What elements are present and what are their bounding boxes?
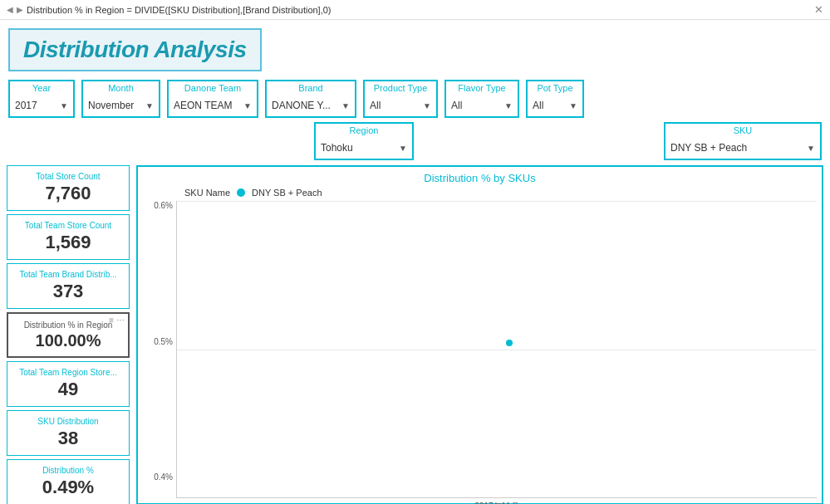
filters-row1: Year 2017 ▼ Month November ▼ Danone Team… — [8, 80, 584, 118]
plot-wrapper: 2017年11月 — [176, 201, 817, 498]
brand-value: DANONE Y... — [272, 100, 331, 111]
sku-value: DNY SB + Peach — [670, 142, 747, 154]
danone-team-filter[interactable]: Danone Team AEON TEAM ▼ — [167, 80, 258, 118]
gridline-top — [177, 201, 817, 202]
sku-filter[interactable]: SKU DNY SB + Peach ▼ — [664, 122, 822, 160]
card-toolbar: ≡ ⋯ — [109, 316, 125, 325]
product-type-arrow: ▼ — [423, 101, 431, 110]
flavor-type-label: Flavor Type — [446, 81, 518, 95]
x-label: 2017年11月 — [474, 501, 518, 504]
kpi-brand-distrib: Total Team Brand Distrib... 373 — [7, 263, 130, 309]
pot-type-filter[interactable]: Pot Type All ▼ — [526, 80, 584, 118]
year-select[interactable]: 2017 ▼ — [10, 95, 73, 116]
card-more-icon[interactable]: ⋯ — [116, 316, 125, 325]
chart-title: Distribution % by SKUs — [143, 172, 817, 184]
danone-team-value: AEON TEAM — [174, 100, 232, 111]
flavor-type-arrow: ▼ — [504, 101, 513, 110]
region-arrow: ▼ — [399, 144, 407, 153]
brand-arrow: ▼ — [341, 101, 350, 110]
flavor-type-filter[interactable]: Flavor Type All ▼ — [444, 80, 519, 118]
kpi-distrib-pct: Distribution % 0.49% — [7, 459, 130, 504]
title-block: Distribution Analysis — [8, 28, 262, 71]
pot-type-select[interactable]: All ▼ — [528, 95, 582, 116]
kpi-sku-distrib-value: 38 — [58, 428, 78, 449]
chart-plot: 2017年11月 — [176, 201, 817, 498]
kpi-region-store-value: 49 — [58, 379, 78, 400]
month-arrow: ▼ — [145, 101, 154, 110]
region-value: Tohoku — [321, 142, 353, 154]
y-label-2: 0.4% — [154, 472, 173, 482]
pot-type-arrow: ▼ — [569, 101, 577, 110]
flavor-type-select[interactable]: All ▼ — [446, 95, 518, 116]
month-select[interactable]: November ▼ — [83, 95, 159, 116]
kpi-distrib-region-value: 100.00% — [36, 331, 101, 350]
product-type-label: Product Type — [365, 81, 436, 95]
page-title: Distribution Analysis — [23, 37, 247, 62]
kpi-team-store-count-value: 1,569 — [45, 232, 91, 253]
year-label: Year — [10, 81, 73, 95]
kpi-sku-distrib: SKU Distribution 38 — [7, 410, 130, 456]
flavor-type-value: All — [451, 100, 462, 111]
header-section: Distribution Analysis Year 2017 ▼ Month … — [0, 20, 830, 122]
legend-dot — [237, 188, 245, 197]
month-label: Month — [83, 81, 159, 95]
year-filter[interactable]: Year 2017 ▼ — [8, 80, 75, 118]
kpi-team-store-count: Total Team Store Count 1,569 — [7, 214, 130, 260]
danone-team-label: Danone Team — [169, 81, 257, 95]
card-menu-icon[interactable]: ≡ — [109, 316, 114, 325]
forward-button[interactable]: ▶ — [17, 5, 23, 14]
top-bar: ◀ ▶ Distribution % in Region = DIVIDE([S… — [0, 0, 830, 20]
kpi-distrib-pct-label: Distribution % — [42, 466, 94, 475]
y-label-0: 0.6% — [154, 201, 173, 210]
sku-select[interactable]: DNY SB + Peach ▼ — [665, 137, 820, 159]
y-label-1: 0.5% — [154, 337, 173, 346]
kpi-distrib-region-label: Distribution % in Region — [24, 321, 113, 330]
kpi-total-store-count-value: 7,760 — [45, 183, 91, 204]
year-arrow: ▼ — [60, 101, 68, 110]
brand-select[interactable]: DANONE Y... ▼ — [267, 95, 355, 116]
data-dot — [506, 340, 513, 346]
kpi-total-store-count-label: Total Store Count — [36, 172, 100, 181]
pot-type-value: All — [533, 100, 543, 111]
kpi-sku-distrib-label: SKU Distribution — [37, 417, 98, 426]
pot-type-label: Pot Type — [528, 81, 582, 95]
product-type-value: All — [370, 100, 381, 111]
y-axis: 0.6% 0.5% 0.4% — [143, 201, 176, 498]
chart-area: Distribution % by SKUs SKU Name DNY SB +… — [136, 165, 823, 504]
region-filter[interactable]: Region Tohoku ▼ — [314, 122, 414, 160]
kpi-team-store-count-label: Total Team Store Count — [25, 221, 111, 230]
kpi-brand-distrib-value: 373 — [53, 281, 84, 302]
chart-inner: 0.6% 0.5% 0.4% 2017年11月 — [143, 201, 817, 498]
window-close[interactable]: ✕ — [814, 3, 823, 16]
sku-arrow: ▼ — [807, 144, 815, 153]
brand-filter[interactable]: Brand DANONE Y... ▼ — [265, 80, 356, 118]
gridline-mid — [177, 350, 817, 350]
kpi-brand-distrib-label: Total Team Brand Distrib... — [19, 270, 116, 279]
body-area: Total Store Count 7,760 Total Team Store… — [0, 165, 830, 504]
region-label: Region — [316, 124, 412, 137]
year-value: 2017 — [15, 100, 37, 111]
legend-label: SKU Name — [184, 188, 230, 198]
kpi-distrib-region: ≡ ⋯ Distribution % in Region 100.00% — [7, 312, 130, 358]
main-content: Distribution Analysis Year 2017 ▼ Month … — [0, 20, 830, 504]
filter-row2: Region Tohoku ▼ SKU DNY SB + Peach ▼ — [0, 122, 830, 165]
kpi-region-store-label: Total Team Region Store... — [19, 368, 117, 377]
kpi-sidebar: Total Store Count 7,760 Total Team Store… — [7, 165, 130, 504]
back-button[interactable]: ◀ — [7, 5, 13, 14]
region-select[interactable]: Tohoku ▼ — [316, 137, 412, 159]
chart-legend: SKU Name DNY SB + Peach — [143, 188, 817, 198]
kpi-region-store: Total Team Region Store... 49 — [7, 361, 130, 407]
product-type-filter[interactable]: Product Type All ▼ — [363, 80, 438, 118]
kpi-total-store-count: Total Store Count 7,760 — [7, 165, 130, 211]
sku-label: SKU — [665, 124, 820, 137]
brand-label: Brand — [267, 81, 355, 95]
legend-series: DNY SB + Peach — [252, 188, 322, 198]
danone-team-select[interactable]: AEON TEAM ▼ — [169, 95, 257, 116]
formula-bar: Distribution % in Region = DIVIDE([SKU D… — [27, 5, 332, 15]
product-type-select[interactable]: All ▼ — [365, 95, 436, 116]
kpi-distrib-pct-value: 0.49% — [42, 477, 94, 498]
danone-team-arrow: ▼ — [243, 101, 252, 110]
month-value: November — [88, 100, 134, 111]
month-filter[interactable]: Month November ▼ — [81, 80, 160, 118]
